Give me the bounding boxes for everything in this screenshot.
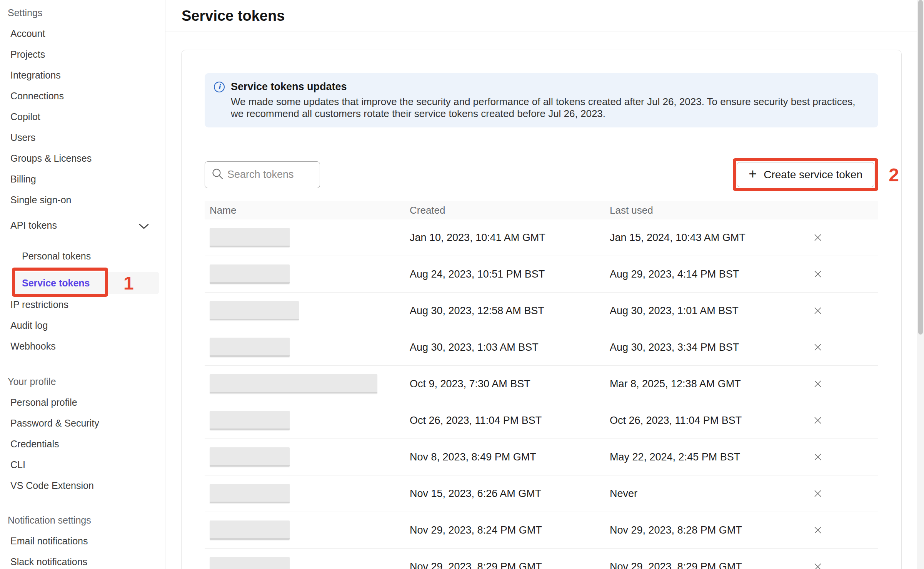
service-tokens-card: i Service tokens updates We made some up… [181,50,902,569]
sidebar-item-cli[interactable]: CLI [0,454,165,475]
token-name-redacted [210,228,290,247]
create-service-token-button[interactable]: + Create service token [737,162,874,187]
table-controls: + Create service token 2 [205,158,878,191]
sidebar-item-webhooks[interactable]: Webhooks [0,336,165,356]
created-cell: Aug 30, 2023, 1:03 AM BST [410,341,610,353]
delete-token-icon[interactable] [806,555,829,569]
last-used-cell: Aug 30, 2023, 1:01 AM BST [610,305,806,317]
token-name-redacted [210,264,290,284]
banner-text: Service tokens updates We made some upda… [231,81,869,120]
sidebar-profile-items: Personal profilePassword & SecurityCrede… [0,392,165,496]
annotation-box-2: + Create service token 2 [733,158,878,191]
delete-token-icon[interactable] [806,519,829,542]
sidebar-item-password-security[interactable]: Password & Security [0,413,165,433]
token-name-redacted [210,374,377,393]
last-used-cell: Never [610,488,806,500]
sidebar-item-personal-tokens[interactable]: Personal tokens [0,246,165,266]
sidebar-item-billing[interactable]: Billing [0,169,165,189]
plus-icon: + [749,167,757,181]
search-wrap [205,161,320,188]
created-cell: Jan 10, 2023, 10:41 AM GMT [410,232,610,244]
token-name-redacted [210,557,290,569]
created-cell: Nov 29, 2023, 8:29 PM GMT [410,561,610,569]
created-cell: Oct 26, 2023, 11:04 PM BST [410,415,610,427]
vertical-scrollbar[interactable] [917,0,924,569]
sidebar-item-users[interactable]: Users [0,127,165,148]
token-name-redacted [210,338,290,357]
sidebar-item-account[interactable]: Account [0,23,165,44]
delete-token-icon[interactable] [806,482,829,505]
table-row: Nov 15, 2023, 6:26 AM GMTNever [205,475,878,512]
last-used-cell: Aug 30, 2023, 3:34 PM BST [610,341,806,353]
sidebar-item-slack-notifications[interactable]: Slack notifications [0,551,165,569]
sidebar-settings-items: AccountProjectsIntegrationsConnectionsCo… [0,23,165,210]
delete-token-icon[interactable] [806,372,829,395]
delete-token-icon[interactable] [806,299,829,322]
api-tokens-label: API tokens [10,220,57,231]
sidebar-item-projects[interactable]: Projects [0,44,165,65]
token-name-redacted [210,301,299,320]
created-cell: Aug 30, 2023, 12:58 AM BST [410,305,610,317]
table-row: Nov 29, 2023, 8:24 PM GMTNov 29, 2023, 8… [205,512,878,549]
created-cell: Oct 9, 2023, 7:30 AM BST [410,378,610,390]
column-header-name: Name [210,204,410,216]
sidebar-item-personal-profile[interactable]: Personal profile [0,392,165,413]
table-row: Aug 30, 2023, 1:03 AM BSTAug 30, 2023, 3… [205,329,878,366]
last-used-cell: May 22, 2024, 2:45 PM BST [610,451,806,463]
last-used-cell: Nov 29, 2023, 8:29 PM GMT [610,561,806,569]
sidebar-section-notification-settings: Notification settings [0,510,165,531]
created-cell: Aug 24, 2023, 10:51 PM BST [410,268,610,280]
sidebar-item-audit-log[interactable]: Audit log [0,315,165,336]
sidebar-notification-items: Email notificationsSlack notifications [0,531,165,569]
delete-token-icon[interactable] [806,409,829,432]
delete-token-icon[interactable] [806,445,829,469]
token-name-redacted [210,484,290,503]
sidebar-section-your-profile: Your profile [0,371,165,392]
table-row: Aug 24, 2023, 10:51 PM BSTAug 29, 2023, … [205,256,878,293]
sidebar-item-api-tokens[interactable]: API tokens [0,215,165,236]
sidebar-item-ip-restrictions[interactable]: IP restrictions [0,294,165,315]
sidebar-item-groups-licenses[interactable]: Groups & Licenses [0,148,165,169]
created-cell: Nov 8, 2023, 8:49 PM GMT [410,451,610,463]
delete-token-icon[interactable] [806,263,829,286]
sidebar-api-subitems: IP restrictionsAudit logWebhooks [0,294,165,356]
token-name-redacted [210,447,290,467]
sidebar-item-credentials[interactable]: Credentials [0,433,165,454]
sidebar-item-connections[interactable]: Connections [0,85,165,106]
table-row: Oct 9, 2023, 7:30 AM BSTMar 8, 2025, 12:… [205,366,878,402]
title-bar: Service tokens [165,0,924,32]
delete-token-icon[interactable] [806,336,829,359]
table-row: Oct 26, 2023, 11:04 PM BSTOct 26, 2023, … [205,402,878,439]
banner-title: Service tokens updates [231,81,869,93]
last-used-cell: Aug 29, 2023, 4:14 PM BST [610,268,806,280]
delete-token-icon[interactable] [806,226,829,249]
last-used-cell: Nov 29, 2023, 8:28 PM GMT [610,524,806,536]
token-name-redacted [210,520,290,540]
table-row: Jan 10, 2023, 10:41 AM GMTJan 15, 2024, … [205,219,878,256]
service-tokens-link[interactable]: Service tokens [13,278,90,289]
sidebar-item-email-notifications[interactable]: Email notifications [0,531,165,551]
search-input[interactable] [205,161,320,188]
last-used-cell: Mar 8, 2025, 12:38 AM GMT [610,378,806,390]
annotation-number-2: 2 [889,164,899,185]
last-used-cell: Oct 26, 2023, 11:04 PM BST [610,415,806,427]
sidebar-item-copilot[interactable]: Copilot [0,106,165,127]
table-row: Nov 29, 2023, 8:29 PM GMTNov 29, 2023, 8… [205,549,878,569]
sidebar-item-single-sign-on[interactable]: Single sign-on [0,189,165,210]
banner-body: We made some updates that improve the se… [231,96,869,120]
scrollbar-thumb[interactable] [918,0,923,335]
table-body: Jan 10, 2023, 10:41 AM GMTJan 15, 2024, … [205,219,878,569]
sidebar-item-service-tokens-selected[interactable]: Service tokens 1 [13,272,159,294]
page-title: Service tokens [182,8,285,24]
token-name-redacted [210,411,290,430]
created-cell: Nov 29, 2023, 8:24 PM GMT [410,524,610,536]
chevron-down-icon [139,221,149,232]
sidebar-section-settings: Settings [0,2,165,23]
sidebar-item-integrations[interactable]: Integrations [0,65,165,85]
settings-sidebar: Settings AccountProjectsIntegrationsConn… [0,0,165,569]
main-content: Service tokens i Service tokens updates … [165,0,924,569]
info-banner: i Service tokens updates We made some up… [205,73,878,127]
sidebar-item-vs-code-extension[interactable]: VS Code Extension [0,475,165,496]
table-row: Aug 30, 2023, 12:58 AM BSTAug 30, 2023, … [205,293,878,329]
info-icon: i [214,82,225,92]
